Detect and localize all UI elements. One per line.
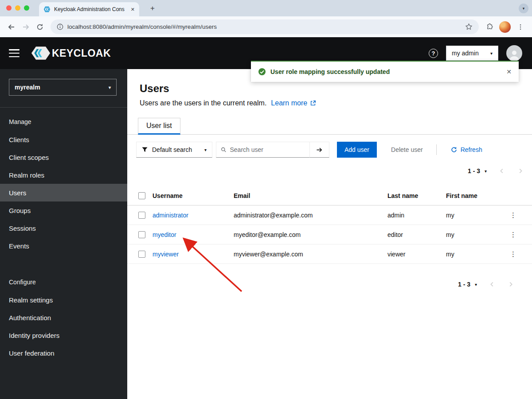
learn-more-link[interactable]: Learn more <box>271 99 316 107</box>
username-link[interactable]: administrator <box>153 212 234 219</box>
users-table: Username Email Last name First name admi… <box>127 186 532 264</box>
tabs-bar: User list <box>127 118 532 135</box>
table-row: myviewer myviewer@example.com viewer my … <box>127 244 532 264</box>
success-toast: User role mapping successfully updated ✕ <box>251 61 519 82</box>
nav-toggle-button[interactable] <box>9 49 20 57</box>
tab-title: Keycloak Administration Cons <box>54 6 127 12</box>
row-checkbox[interactable] <box>138 251 145 258</box>
user-menu-label: my admin <box>452 50 479 57</box>
sidebar-item-realm-roles[interactable]: Realm roles <box>0 166 127 184</box>
toast-close-icon[interactable]: ✕ <box>506 68 512 75</box>
sidebar-item-authentication[interactable]: Authentication <box>0 309 127 326</box>
tab-user-list[interactable]: User list <box>138 118 180 135</box>
sidebar-item-groups[interactable]: Groups <box>0 201 127 219</box>
select-all-checkbox[interactable] <box>138 192 145 199</box>
reload-button[interactable] <box>33 20 47 34</box>
close-tab-icon[interactable]: ✕ <box>131 7 135 12</box>
nav-section-configure: Configure <box>0 268 127 291</box>
chevron-down-icon: ▾ <box>485 169 487 174</box>
refresh-icon <box>451 147 457 153</box>
sidebar-item-clients[interactable]: Clients <box>0 131 127 148</box>
back-button[interactable] <box>4 20 19 34</box>
row-kebab-menu-icon[interactable]: ⋮ <box>508 231 516 238</box>
last-name-cell: viewer <box>387 251 446 258</box>
extensions-icon[interactable] <box>482 20 497 34</box>
arrow-right-icon <box>316 147 323 153</box>
screen: Keycloak Administration Cons ✕ + ▾ local… <box>0 0 532 399</box>
column-header-username: Username <box>153 192 234 199</box>
search-submit-button[interactable] <box>310 142 329 158</box>
browser-tabstrip: Keycloak Administration Cons ✕ + ▾ <box>0 0 532 16</box>
previous-page-button[interactable] <box>489 281 496 288</box>
tab-search-button[interactable]: ▾ <box>519 4 528 13</box>
user-avatar[interactable] <box>506 45 522 61</box>
sidebar-item-realm-settings[interactable]: Realm settings <box>0 291 127 309</box>
keycloak-logo-icon <box>31 46 51 60</box>
pagination-bottom: 1 - 3 ▾ <box>127 278 532 291</box>
refresh-button[interactable]: Refresh <box>451 146 482 153</box>
browser-menu-icon[interactable] <box>513 20 528 34</box>
sidebar-item-events[interactable]: Events <box>0 237 127 255</box>
bookmark-star-icon[interactable] <box>465 23 473 31</box>
site-info-icon[interactable] <box>57 23 63 30</box>
pagination-range-text: 1 - 3 <box>468 167 480 174</box>
email-cell: administrator@example.com <box>234 212 387 219</box>
brand-text: KEYCLOAK <box>52 47 111 59</box>
search-input[interactable] <box>230 146 305 153</box>
chevron-down-icon: ▾ <box>490 51 493 56</box>
new-tab-button[interactable]: + <box>147 3 158 14</box>
maximize-window-button[interactable] <box>24 5 29 11</box>
row-checkbox[interactable] <box>138 212 145 219</box>
next-page-button[interactable] <box>507 281 514 288</box>
realm-name: myrealm <box>15 84 40 91</box>
window-controls <box>6 5 29 11</box>
learn-more-label: Learn more <box>271 99 307 107</box>
last-name-cell: admin <box>387 212 446 219</box>
column-header-first-name: First name <box>446 192 508 199</box>
chevron-down-icon: ▾ <box>109 85 111 90</box>
username-link[interactable]: myeditor <box>153 231 234 238</box>
minimize-window-button[interactable] <box>15 5 20 11</box>
sidebar-item-sessions[interactable]: Sessions <box>0 219 127 237</box>
forward-button[interactable] <box>19 20 33 34</box>
username-link[interactable]: myviewer <box>153 251 234 258</box>
sidebar-item-users[interactable]: Users <box>0 184 127 201</box>
delete-user-button[interactable]: Delete user <box>391 146 423 153</box>
sidebar-item-client-scopes[interactable]: Client scopes <box>0 148 127 166</box>
pagination-range-text: 1 - 3 <box>458 281 470 288</box>
row-checkbox[interactable] <box>138 231 145 238</box>
sidebar-item-user-federation[interactable]: User federation <box>0 344 127 362</box>
pagination-range[interactable]: 1 - 3 ▾ <box>458 281 477 288</box>
pagination-top: 1 - 3 ▾ <box>127 165 532 177</box>
browser-profile-avatar[interactable] <box>499 21 511 33</box>
first-name-cell: my <box>446 251 508 258</box>
browser-tab[interactable]: Keycloak Administration Cons ✕ <box>39 2 139 16</box>
realm-selector[interactable]: myrealm ▾ <box>9 79 117 96</box>
first-name-cell: my <box>446 231 508 238</box>
main-content: Users Users are the users in the current… <box>127 69 532 399</box>
page-title: Users <box>140 82 521 95</box>
pagination-range[interactable]: 1 - 3 ▾ <box>468 167 487 174</box>
column-header-email: Email <box>234 192 387 199</box>
previous-page-button[interactable] <box>498 167 505 174</box>
users-toolbar: Default search ▾ Add user Delete user Re… <box>127 135 532 165</box>
add-user-button[interactable]: Add user <box>337 142 377 158</box>
sidebar-item-identity-providers[interactable]: Identity providers <box>0 326 127 344</box>
column-header-last-name: Last name <box>387 192 446 199</box>
user-menu-dropdown[interactable]: my admin ▾ <box>446 46 498 61</box>
email-cell: myeditor@example.com <box>234 231 387 238</box>
chevron-down-icon: ▾ <box>475 282 477 287</box>
nav-section-manage: Manage <box>0 108 127 131</box>
keycloak-logo[interactable]: KEYCLOAK <box>31 46 111 60</box>
toolbar-divider <box>436 144 437 155</box>
close-window-button[interactable] <box>6 5 12 11</box>
search-type-dropdown[interactable]: Default search ▾ <box>136 142 212 158</box>
address-bar[interactable]: localhost:8080/admin/myrealm/console/#/m… <box>51 19 479 34</box>
help-icon[interactable]: ? <box>429 49 438 58</box>
search-field <box>216 142 310 158</box>
realm-selector-section: myrealm ▾ <box>0 69 127 108</box>
next-page-button[interactable] <box>517 167 524 174</box>
row-kebab-menu-icon[interactable]: ⋮ <box>508 251 516 257</box>
row-kebab-menu-icon[interactable]: ⋮ <box>508 212 516 218</box>
refresh-label: Refresh <box>461 146 482 153</box>
